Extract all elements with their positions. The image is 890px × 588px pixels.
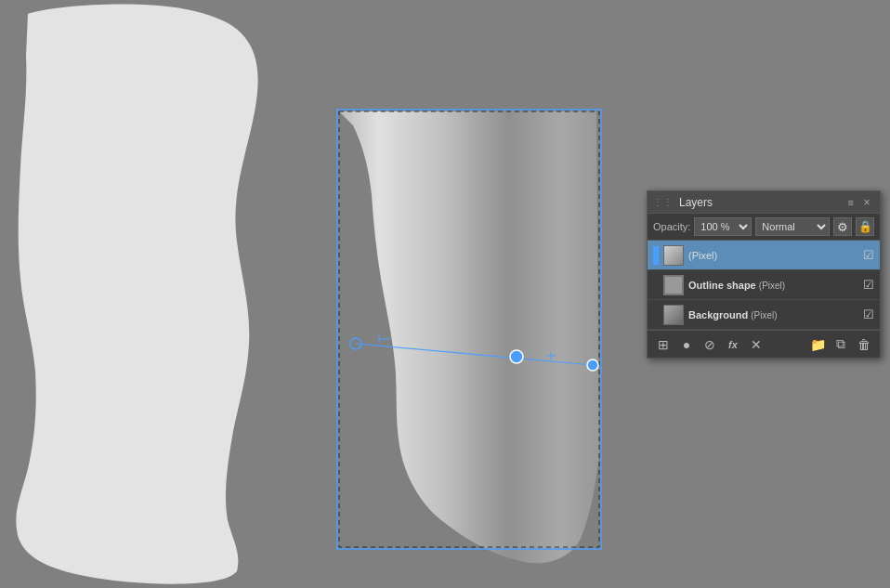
layer-name: Background (Pixel) <box>688 309 858 320</box>
svg-point-6 <box>510 350 523 363</box>
layers-panel: ⋮⋮ Layers ≡ × Opacity: 100 % 75 % 50 % 2… <box>647 190 881 359</box>
opacity-row: Opacity: 100 % 75 % 50 % 25 % Normal Mul… <box>648 214 880 241</box>
drag-handle-icon: ⋮⋮ <box>653 197 674 207</box>
layer-item[interactable]: (Pixel) ☑ <box>648 241 880 270</box>
layers-title-bar: ⋮⋮ Layers ≡ × <box>648 191 880 214</box>
layer-active-indicator <box>653 246 659 265</box>
svg-point-3 <box>350 338 361 349</box>
layer-visible-checkbox[interactable]: ☑ <box>863 278 874 292</box>
trash-icon-button[interactable]: ✕ <box>746 334 766 355</box>
layers-list: (Pixel) ☑ Outline shape (Pixel) ☑ Backgr… <box>648 241 880 330</box>
layer-active-indicator <box>653 306 659 324</box>
delete-layer-button[interactable]: 🗑 <box>854 334 874 355</box>
layer-thumbnail <box>663 275 684 295</box>
add-fx-button[interactable]: fx <box>723 334 743 355</box>
layer-thumbnail <box>663 305 684 325</box>
opacity-select[interactable]: 100 % 75 % 50 % 25 % <box>694 217 752 236</box>
layer-active-indicator <box>653 276 659 294</box>
svg-rect-1 <box>339 111 599 547</box>
layer-name: Outline shape (Pixel) <box>688 280 858 291</box>
layer-name: (Pixel) <box>688 250 858 261</box>
svg-line-2 <box>356 344 593 365</box>
blend-mode-select[interactable]: Normal Multiply Screen Overlay <box>755 217 830 236</box>
panel-menu-button[interactable]: ≡ <box>848 197 854 208</box>
add-mask-button[interactable]: ⊘ <box>700 334 720 355</box>
panel-title: Layers <box>679 196 848 209</box>
layer-settings-button[interactable]: ⚙ <box>833 217 852 236</box>
layer-lock-button[interactable]: 🔒 <box>856 217 874 236</box>
new-fill-layer-button[interactable]: ● <box>676 334 697 355</box>
canvas-area <box>0 0 622 588</box>
layer-item[interactable]: Outline shape (Pixel) ☑ <box>648 270 880 300</box>
layer-visible-checkbox[interactable]: ☑ <box>863 307 874 321</box>
layer-thumbnail <box>663 245 684 266</box>
layer-visible-checkbox[interactable]: ☑ <box>863 248 874 262</box>
svg-rect-0 <box>337 110 601 549</box>
layers-icon-button[interactable]: ⊞ <box>653 334 674 355</box>
duplicate-layer-button[interactable]: ⧉ <box>831 334 851 355</box>
new-group-button[interactable]: 📁 <box>807 334 828 355</box>
layer-item[interactable]: Background (Pixel) ☑ <box>648 300 880 330</box>
panel-close-button[interactable]: × <box>859 195 874 210</box>
svg-point-9 <box>587 359 598 371</box>
opacity-label: Opacity: <box>653 221 690 232</box>
layers-toolbar: ⊞ ● ⊘ fx ✕ 📁 ⧉ 🗑 <box>648 330 880 358</box>
